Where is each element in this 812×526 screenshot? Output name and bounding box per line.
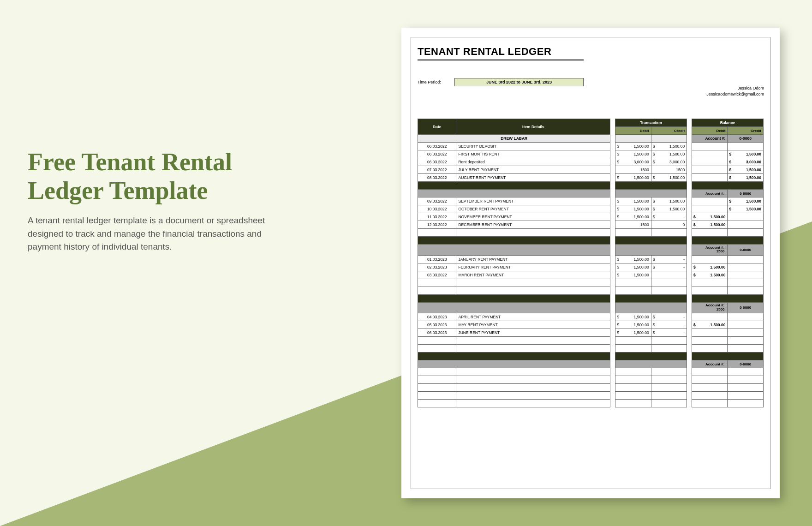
table-row — [418, 384, 764, 392]
date-cell: 12.03.2022 — [418, 221, 456, 229]
amount-cell — [651, 384, 687, 392]
amount-cell — [651, 287, 687, 294]
amount-cell — [728, 143, 764, 150]
amount-cell: $1,500.00 — [692, 321, 728, 329]
date-cell: 01.03.2023 — [418, 255, 456, 263]
amount-cell — [692, 287, 728, 294]
amount-cell: $1,500.00 — [728, 197, 764, 205]
table-row: 06.03.2022FIRST MONTHS RENT$1,500.00$1,5… — [418, 150, 764, 158]
item-cell: DECEMBER RENT PAYMENT — [456, 221, 610, 229]
date-cell — [418, 368, 456, 376]
amount-cell — [728, 313, 764, 321]
amount-cell — [692, 205, 728, 213]
table-row: 12.03.2022DECEMBER RENT PAYMENT15000$1,5… — [418, 221, 764, 229]
section-separator — [418, 353, 764, 360]
amount-cell: $- — [651, 321, 687, 329]
amount-cell — [651, 279, 687, 287]
amount-cell: $1,500.00 — [615, 150, 651, 158]
item-cell: AUGUST RENT PAYMENT — [456, 174, 610, 182]
amount-cell — [615, 229, 651, 237]
amount-cell: $- — [651, 255, 687, 263]
amount-cell — [615, 400, 651, 407]
table-row: 09.03.2022SEPTEMBER RENT PAYMENT$1,500.0… — [418, 197, 764, 205]
amount-cell — [728, 376, 764, 384]
item-cell: FIRST MONTHS RENT — [456, 150, 610, 158]
amount-cell: $1,500.00 — [615, 263, 651, 271]
amount-cell: $1,500.00 — [615, 329, 651, 337]
amount-cell — [615, 384, 651, 392]
table-row — [418, 337, 764, 345]
item-cell: NOVEMBER RENT PAYMENT — [456, 213, 610, 221]
item-cell: OCTOBER RENT PAYMENT — [456, 205, 610, 213]
amount-cell: $1,500.00 — [728, 174, 764, 182]
amount-cell: $1,500.00 — [651, 174, 687, 182]
amount-cell — [728, 271, 764, 279]
amount-cell — [615, 368, 651, 376]
amount-cell — [692, 279, 728, 287]
item-cell — [456, 229, 610, 237]
amount-cell: $1,500.00 — [615, 321, 651, 329]
amount-cell — [615, 345, 651, 353]
item-cell: JUNE RENT PAYMENT — [456, 329, 610, 337]
header-t-debit: Debit — [615, 127, 651, 135]
table-row: 02.03.2023FEBRUARY RENT PAYMENT$1,500.00… — [418, 263, 764, 271]
amount-cell: $1,500.00 — [615, 213, 651, 221]
item-cell: APRIL RENT PAYMENT — [456, 313, 610, 321]
amount-cell — [728, 213, 764, 221]
item-cell — [456, 279, 610, 287]
document-title: TENANT RENTAL LEDGER — [418, 46, 584, 60]
amount-cell: $1,500.00 — [692, 263, 728, 271]
amount-cell: $1,500.00 — [728, 150, 764, 158]
date-cell — [418, 400, 456, 407]
header-transaction: Transaction — [615, 119, 687, 127]
amount-cell — [692, 197, 728, 205]
item-cell — [456, 400, 610, 407]
amount-cell: 1500 — [615, 221, 651, 229]
header-b-credit: Credit — [728, 127, 764, 135]
amount-cell — [692, 376, 728, 384]
header-t-credit: Credit — [651, 127, 687, 135]
section-separator — [418, 182, 764, 190]
amount-cell — [728, 255, 764, 263]
amount-cell: $- — [651, 313, 687, 321]
date-cell: 08.03.2022 — [418, 174, 456, 182]
table-row: 04.03.2023APRIL RENT PAYMENT$1,500.00$- — [418, 313, 764, 321]
account-row: Account #:0-0000 — [418, 360, 764, 368]
amount-cell: $1,500.00 — [615, 255, 651, 263]
table-row — [418, 368, 764, 376]
amount-cell — [728, 321, 764, 329]
account-value: 0-0000 — [728, 135, 764, 143]
item-cell — [456, 376, 610, 384]
amount-cell: 1500 — [615, 166, 651, 174]
amount-cell: $1,500.00 — [692, 213, 728, 221]
date-cell — [418, 337, 456, 345]
amount-cell: $1,500.00 — [728, 166, 764, 174]
section-separator — [418, 237, 764, 245]
table-row: 10.03.2022OCTOBER RENT PAYMENT$1,500.00$… — [418, 205, 764, 213]
amount-cell — [728, 345, 764, 353]
item-cell — [456, 392, 610, 400]
header-row-1: Date Item Details Transaction Balance — [418, 119, 764, 127]
amount-cell — [728, 384, 764, 392]
amount-cell — [728, 400, 764, 407]
amount-cell — [615, 376, 651, 384]
account-label: Account #: — [692, 135, 728, 143]
amount-cell — [615, 392, 651, 400]
date-cell: 05.03.2023 — [418, 321, 456, 329]
date-cell — [418, 392, 456, 400]
header-balance: Balance — [692, 119, 763, 127]
amount-cell — [692, 255, 728, 263]
header-b-debit: Debit — [692, 127, 728, 135]
item-cell: MAY RENT PAYMENT — [456, 321, 610, 329]
date-cell — [418, 345, 456, 353]
contact-name: Jessica Odom — [706, 85, 764, 91]
amount-cell: $1,500.00 — [651, 150, 687, 158]
table-row: 06.03.2023JUNE RENT PAYMENT$1,500.00$- — [418, 329, 764, 337]
amount-cell: 0 — [651, 221, 687, 229]
amount-cell — [692, 229, 728, 237]
amount-cell — [692, 143, 728, 150]
table-row: 06.03.2022SECURITY DEPOSIT$1,500.00$1,50… — [418, 143, 764, 150]
time-period-label: Time Period: — [418, 80, 454, 84]
ledger-table: Date Item Details Transaction Balance De… — [418, 119, 764, 407]
amount-cell: $1,500.00 — [692, 221, 728, 229]
